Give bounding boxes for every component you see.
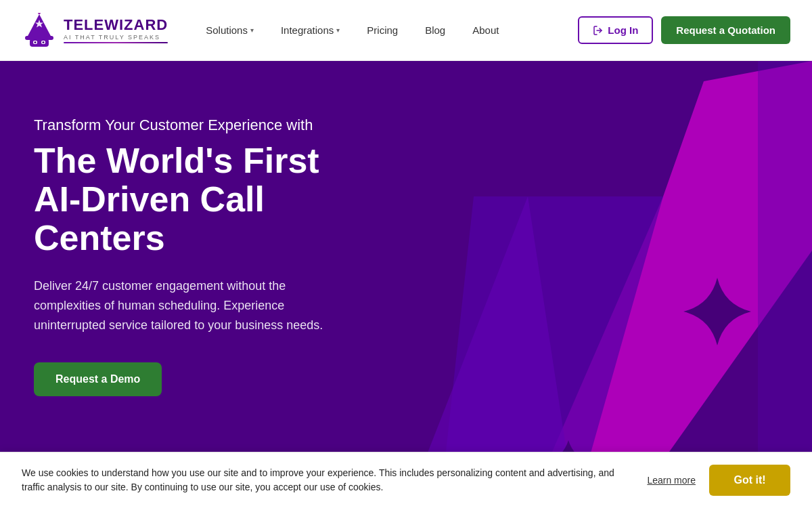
cookie-learn-more-link[interactable]: Learn more [647, 475, 696, 486]
cookie-text-area: We use cookies to understand how you use… [22, 466, 696, 494]
logo-underline [64, 42, 168, 43]
login-button[interactable]: Log In [578, 16, 653, 44]
svg-point-6 [35, 41, 37, 43]
cookie-got-it-button[interactable]: Got it! [709, 465, 790, 496]
svg-point-9 [38, 13, 41, 14]
nav-solutions[interactable]: Solutions ▾ [195, 19, 265, 41]
logo-icon [22, 13, 57, 48]
svg-point-7 [43, 41, 45, 43]
demo-button[interactable]: Request a Demo [34, 362, 162, 396]
logo-text: TELEWIZARD AI THAT TRULY SPEAKS [64, 17, 168, 43]
hero-section: Transform Your Customer Experience with … [0, 61, 812, 508]
hero-content: Transform Your Customer Experience with … [0, 61, 379, 450]
cookie-text: We use cookies to understand how you use… [22, 466, 639, 494]
login-icon [593, 25, 604, 36]
logo[interactable]: TELEWIZARD AI THAT TRULY SPEAKS [22, 13, 168, 48]
hero-description: Deliver 24/7 customer engagement without… [34, 276, 345, 335]
svg-rect-3 [30, 39, 49, 47]
nav-pricing[interactable]: Pricing [356, 19, 409, 41]
svg-rect-14 [758, 61, 812, 508]
nav-actions: Log In Request a Quotation [578, 16, 790, 44]
nav-integrations[interactable]: Integrations ▾ [270, 19, 351, 41]
hero-background-graphic [338, 61, 812, 508]
nav-blog[interactable]: Blog [414, 19, 456, 41]
cookie-banner: We use cookies to understand how you use… [0, 452, 812, 508]
hero-subtitle: Transform Your Customer Experience with [34, 115, 345, 136]
nav-about[interactable]: About [461, 19, 510, 41]
navbar: TELEWIZARD AI THAT TRULY SPEAKS Solution… [0, 0, 812, 61]
solutions-dropdown-icon: ▾ [250, 26, 254, 34]
hero-title: The World's First AI-Driven Call Centers [34, 142, 345, 258]
integrations-dropdown-icon: ▾ [336, 26, 340, 34]
quote-button[interactable]: Request a Quotation [661, 16, 790, 44]
nav-links: Solutions ▾ Integrations ▾ Pricing Blog … [195, 19, 578, 41]
